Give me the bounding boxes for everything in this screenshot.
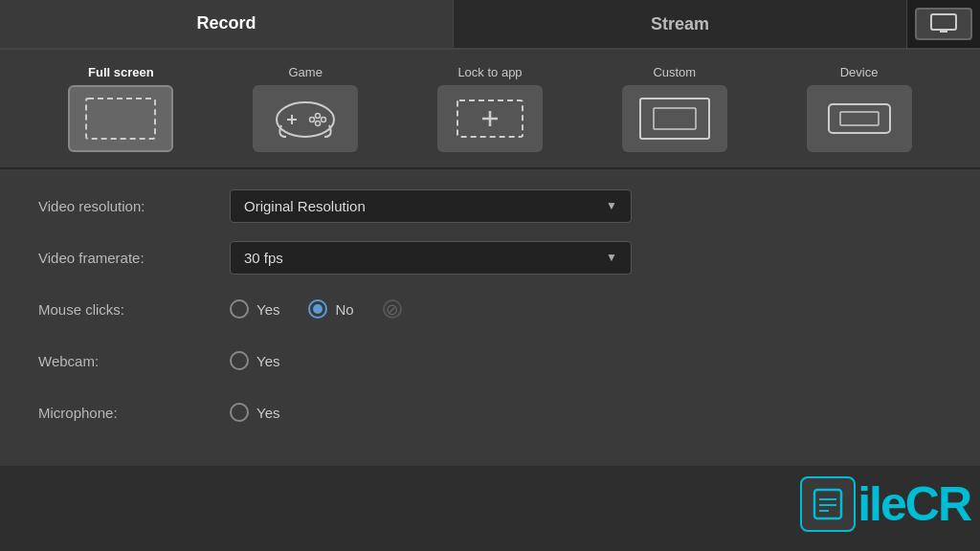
video-resolution-row: Video resolution: Original Resolution ▼ xyxy=(38,188,942,223)
mouse-clicks-yes-radio[interactable] xyxy=(230,299,249,319)
capture-modes-bar: Full screen Game xyxy=(0,50,980,169)
svg-rect-15 xyxy=(654,108,696,129)
device-icon xyxy=(821,95,898,143)
microphone-row: Microphone: Yes xyxy=(38,395,942,430)
webcam-yes[interactable]: Yes xyxy=(230,351,279,370)
mouse-clicks-row: Mouse clicks: Yes No xyxy=(38,292,942,326)
microphone-yes-label: Yes xyxy=(256,405,279,421)
microphone-yes[interactable]: Yes xyxy=(230,403,279,422)
watermark-text: ileCR xyxy=(858,476,970,532)
mouse-clicks-label: Mouse clicks: xyxy=(38,301,230,318)
svg-rect-14 xyxy=(640,99,709,139)
video-framerate-label: Video framerate: xyxy=(38,250,230,266)
lock-to-app-icon xyxy=(452,95,528,143)
svg-point-9 xyxy=(316,121,321,126)
microphone-options: Yes xyxy=(230,403,942,422)
tab-bar: Record Stream xyxy=(0,0,980,50)
mouse-clicks-yes[interactable]: Yes xyxy=(230,299,279,319)
webcam-row: Webcam: Yes xyxy=(38,343,942,378)
svg-point-7 xyxy=(316,114,321,119)
microphone-label: Microphone: xyxy=(38,405,230,421)
video-resolution-value: Original Resolution xyxy=(244,198,366,214)
dropdown-arrow-icon: ▼ xyxy=(606,199,617,212)
video-resolution-dropdown[interactable]: Original Resolution ▼ xyxy=(230,189,632,223)
svg-point-8 xyxy=(322,118,326,122)
framerate-dropdown-arrow-icon: ▼ xyxy=(606,251,617,264)
mouse-clicks-disabled[interactable] xyxy=(383,299,402,319)
mouse-clicks-yes-label: Yes xyxy=(256,301,279,318)
webcam-yes-radio[interactable] xyxy=(230,351,249,370)
svg-rect-3 xyxy=(86,99,155,139)
tab-stream[interactable]: Stream xyxy=(454,0,907,48)
mouse-clicks-disabled-radio xyxy=(383,299,402,319)
svg-rect-19 xyxy=(814,490,841,518)
custom-btn[interactable] xyxy=(622,85,727,152)
game-btn[interactable] xyxy=(253,85,358,152)
video-framerate-control: 30 fps ▼ xyxy=(230,241,942,275)
mouse-clicks-options: Yes No xyxy=(230,299,942,319)
device-btn[interactable] xyxy=(807,85,912,152)
mouse-clicks-no-label: No xyxy=(335,301,353,318)
tab-record[interactable]: Record xyxy=(0,0,454,48)
watermark-icon xyxy=(810,486,846,522)
video-framerate-row: Video framerate: 30 fps ▼ xyxy=(38,240,942,275)
video-framerate-dropdown[interactable]: 30 fps ▼ xyxy=(230,241,632,275)
custom-icon xyxy=(636,95,713,143)
mode-full-screen[interactable]: Full screen xyxy=(68,65,173,152)
monitor-button[interactable] xyxy=(915,8,972,40)
game-icon xyxy=(272,95,339,143)
mouse-clicks-no[interactable]: No xyxy=(308,299,353,319)
svg-rect-16 xyxy=(829,104,890,133)
svg-point-10 xyxy=(310,118,315,122)
microphone-yes-radio[interactable] xyxy=(230,403,249,422)
svg-rect-17 xyxy=(840,112,879,125)
video-resolution-control: Original Resolution ▼ xyxy=(230,189,942,223)
watermark: ileCR xyxy=(800,476,970,532)
settings-area: Video resolution: Original Resolution ▼ … xyxy=(0,169,980,466)
video-resolution-label: Video resolution: xyxy=(38,198,230,214)
watermark-icon-box xyxy=(800,476,856,532)
full-screen-btn[interactable] xyxy=(68,85,173,152)
mouse-clicks-no-radio[interactable] xyxy=(308,299,327,319)
mode-device[interactable]: Device xyxy=(807,65,912,152)
monitor-icon xyxy=(930,13,957,34)
svg-rect-0 xyxy=(931,14,956,30)
webcam-options: Yes xyxy=(230,351,942,370)
video-framerate-value: 30 fps xyxy=(244,250,283,266)
webcam-label: Webcam: xyxy=(38,353,230,369)
mode-custom[interactable]: Custom xyxy=(622,65,727,152)
webcam-yes-label: Yes xyxy=(256,353,279,369)
full-screen-icon xyxy=(82,95,159,143)
mode-game[interactable]: Game xyxy=(253,65,358,152)
mode-lock-to-app[interactable]: Lock to app xyxy=(437,65,543,152)
lock-to-app-btn[interactable] xyxy=(437,85,543,152)
